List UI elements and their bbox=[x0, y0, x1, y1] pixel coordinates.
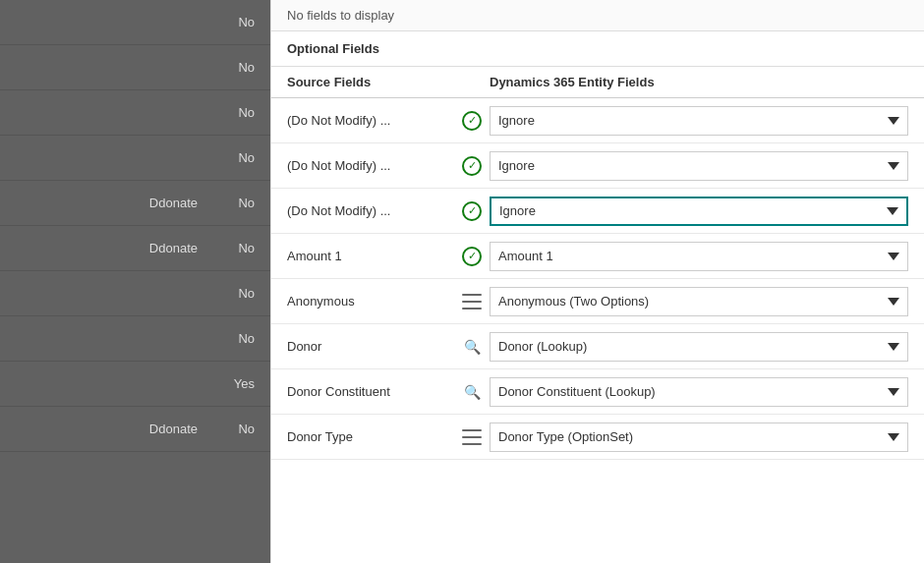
field-icon bbox=[454, 429, 490, 445]
no-fields-label: No fields to display bbox=[287, 8, 394, 23]
check-icon: ✓ bbox=[462, 201, 482, 221]
dropdown-select[interactable]: IgnoreAmount 1Anonymous (Two Options)Don… bbox=[490, 377, 908, 407]
table-row: (Do Not Modify) ... ✓ IgnoreAmount 1Anon… bbox=[271, 189, 924, 234]
source-field-label: Donor bbox=[287, 339, 454, 354]
sidebar-row: No bbox=[0, 136, 270, 181]
dynamics-field-dropdown[interactable]: IgnoreAmount 1Anonymous (Two Options)Don… bbox=[490, 377, 908, 407]
source-field-label: Anonymous bbox=[287, 294, 454, 309]
list-icon bbox=[462, 294, 482, 310]
table-row: (Do Not Modify) ... ✓ IgnoreAmount 1Anon… bbox=[271, 98, 924, 143]
dynamics-field-dropdown[interactable]: IgnoreAmount 1Anonymous (Two Options)Don… bbox=[490, 197, 908, 226]
dynamics-field-dropdown[interactable]: IgnoreAmount 1Anonymous (Two Options)Don… bbox=[490, 151, 908, 181]
dropdown-select[interactable]: IgnoreAmount 1Anonymous (Two Options)Don… bbox=[490, 106, 908, 136]
sidebar-row-value: No bbox=[213, 331, 262, 346]
sidebar-row-value: No bbox=[213, 422, 262, 436]
sidebar-row-name: Ddonate bbox=[0, 241, 213, 255]
source-field-label: (Do Not Modify) ... bbox=[287, 203, 454, 218]
sidebar-row-value: No bbox=[213, 196, 262, 210]
dynamics-field-dropdown[interactable]: IgnoreAmount 1Anonymous (Two Options)Don… bbox=[490, 287, 908, 316]
sidebar-row: No bbox=[0, 90, 270, 136]
field-icon bbox=[454, 294, 490, 310]
dynamics-field-dropdown[interactable]: IgnoreAmount 1Anonymous (Two Options)Don… bbox=[490, 332, 908, 362]
sidebar-row: Ddonate No bbox=[0, 226, 270, 271]
table-row: Donor 🔍 IgnoreAmount 1Anonymous (Two Opt… bbox=[271, 324, 924, 369]
source-field-label: Donor Constituent bbox=[287, 384, 454, 399]
dropdown-select[interactable]: IgnoreAmount 1Anonymous (Two Options)Don… bbox=[490, 422, 908, 452]
no-fields-bar: No fields to display bbox=[271, 0, 924, 31]
dropdown-select[interactable]: IgnoreAmount 1Anonymous (Two Options)Don… bbox=[490, 151, 908, 181]
sidebar-row-value: No bbox=[213, 15, 262, 29]
table-row: Amount 1 ✓ IgnoreAmount 1Anonymous (Two … bbox=[271, 234, 924, 279]
sidebar-row: Ddonate No bbox=[0, 407, 270, 452]
field-icon: ✓ bbox=[454, 111, 490, 131]
sidebar-row: Ddonate No bbox=[0, 181, 270, 226]
dynamics-field-dropdown[interactable]: IgnoreAmount 1Anonymous (Two Options)Don… bbox=[490, 242, 908, 271]
source-field-label: (Do Not Modify) ... bbox=[287, 113, 454, 128]
table-row: (Do Not Modify) ... ✓ IgnoreAmount 1Anon… bbox=[271, 143, 924, 189]
table-body: (Do Not Modify) ... ✓ IgnoreAmount 1Anon… bbox=[271, 98, 924, 563]
sidebar-row-value: No bbox=[213, 241, 262, 255]
dynamics-field-dropdown[interactable]: IgnoreAmount 1Anonymous (Two Options)Don… bbox=[490, 422, 908, 452]
col-source-header: Source Fields bbox=[287, 75, 454, 89]
field-icon: 🔍 bbox=[454, 382, 490, 402]
table-row: Donor Constituent 🔍 IgnoreAmount 1Anonym… bbox=[271, 369, 924, 415]
source-field-label: Amount 1 bbox=[287, 249, 454, 263]
dropdown-select[interactable]: IgnoreAmount 1Anonymous (Two Options)Don… bbox=[490, 242, 908, 271]
field-icon: 🔍 bbox=[454, 337, 490, 357]
source-field-label: Donor Type bbox=[287, 429, 454, 444]
field-icon: ✓ bbox=[454, 247, 490, 266]
field-icon: ✓ bbox=[454, 201, 490, 221]
sidebar-row-value: No bbox=[213, 105, 262, 120]
sidebar-row: No bbox=[0, 316, 270, 362]
search-icon: 🔍 bbox=[462, 382, 482, 402]
dropdown-select[interactable]: IgnoreAmount 1Anonymous (Two Options)Don… bbox=[490, 287, 908, 316]
source-field-label: (Do Not Modify) ... bbox=[287, 158, 454, 173]
col-dynamics-header: Dynamics 365 Entity Fields bbox=[490, 75, 908, 89]
check-icon: ✓ bbox=[462, 111, 482, 131]
list-icon bbox=[462, 429, 482, 445]
sidebar-row-value: No bbox=[213, 286, 262, 301]
sidebar-row-value: No bbox=[213, 150, 262, 165]
sidebar-row: No bbox=[0, 45, 270, 90]
check-icon: ✓ bbox=[462, 247, 482, 266]
dynamics-field-dropdown[interactable]: IgnoreAmount 1Anonymous (Two Options)Don… bbox=[490, 106, 908, 136]
table-header: Source Fields Dynamics 365 Entity Fields bbox=[271, 67, 924, 98]
check-icon: ✓ bbox=[462, 156, 482, 176]
sidebar-row: No bbox=[0, 271, 270, 316]
table-row: Donor Type IgnoreAmount 1Anonymous (Two … bbox=[271, 415, 924, 460]
sidebar-row-name: Ddonate bbox=[0, 196, 213, 210]
sidebar-row-value: Yes bbox=[213, 376, 262, 391]
sidebar: No No No No Ddonate No Ddonate No No No … bbox=[0, 0, 270, 563]
sidebar-row: No bbox=[0, 0, 270, 45]
dropdown-select[interactable]: IgnoreAmount 1Anonymous (Two Options)Don… bbox=[490, 332, 908, 362]
main-content: No fields to display Optional Fields Sou… bbox=[270, 0, 924, 563]
dropdown-select[interactable]: IgnoreAmount 1Anonymous (Two Options)Don… bbox=[490, 197, 908, 226]
sidebar-row: Yes bbox=[0, 362, 270, 407]
search-icon: 🔍 bbox=[462, 337, 482, 357]
field-icon: ✓ bbox=[454, 156, 490, 176]
optional-fields-header: Optional Fields bbox=[271, 31, 924, 67]
sidebar-row-name: Ddonate bbox=[0, 422, 213, 436]
sidebar-row-value: No bbox=[213, 60, 262, 75]
table-row: Anonymous IgnoreAmount 1Anonymous (Two O… bbox=[271, 279, 924, 324]
